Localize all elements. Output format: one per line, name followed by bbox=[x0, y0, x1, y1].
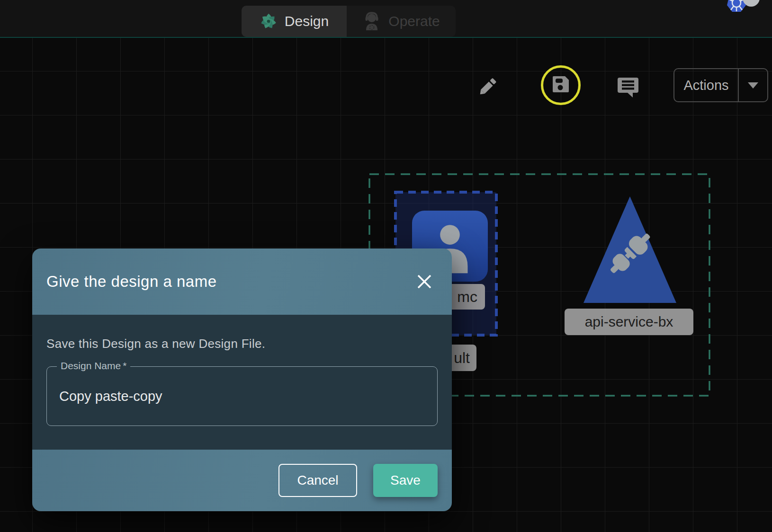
design-name-field: Design Name * bbox=[46, 366, 438, 426]
design-name-label: Design Name * bbox=[57, 360, 130, 372]
design-name-label-text: Design Name bbox=[61, 360, 121, 372]
actions-button[interactable]: Actions bbox=[674, 69, 738, 101]
modal-body: Save this Design as a new Design File. D… bbox=[32, 315, 452, 450]
cancel-button[interactable]: Cancel bbox=[278, 464, 357, 497]
modal-description: Save this Design as a new Design File. bbox=[46, 337, 438, 351]
design-name-input[interactable] bbox=[46, 366, 438, 426]
tab-operate[interactable]: Operate bbox=[347, 6, 456, 37]
save-button[interactable]: Save bbox=[373, 464, 438, 497]
plug-icon bbox=[602, 226, 657, 281]
actions-button-group: Actions bbox=[673, 68, 768, 102]
top-navbar: Design Operate bbox=[0, 0, 772, 38]
caret-down-icon bbox=[748, 82, 758, 89]
tab-design[interactable]: Design bbox=[242, 6, 347, 37]
user-node-label-text: mc bbox=[457, 288, 477, 306]
modal-header: Give the design a name bbox=[32, 248, 452, 315]
save-highlight-ring bbox=[541, 65, 581, 105]
namespace-label-text: ult bbox=[454, 349, 470, 367]
comment-icon[interactable] bbox=[617, 76, 639, 100]
modal-footer: Cancel Save bbox=[32, 450, 452, 511]
meshery-logo-icon bbox=[260, 12, 278, 30]
api-service-label[interactable]: api-service-bx bbox=[565, 309, 693, 335]
mode-tabs: Design Operate bbox=[242, 6, 456, 37]
save-design-modal: Give the design a name Save this Design … bbox=[32, 248, 452, 511]
pencil-icon[interactable] bbox=[477, 76, 498, 99]
tab-design-label: Design bbox=[285, 13, 329, 29]
save-icon[interactable] bbox=[551, 74, 571, 96]
actions-dropdown-toggle[interactable] bbox=[738, 69, 767, 101]
modal-title: Give the design a name bbox=[46, 273, 217, 291]
actions-button-label: Actions bbox=[683, 78, 728, 93]
api-service-label-text: api-service-bx bbox=[585, 314, 673, 330]
required-marker: * bbox=[123, 360, 126, 372]
close-icon[interactable] bbox=[414, 271, 435, 292]
tab-operate-label: Operate bbox=[388, 13, 440, 29]
operator-headset-icon bbox=[362, 11, 381, 31]
meshery-design-app: mc ult api-service-bx bbox=[0, 0, 772, 532]
